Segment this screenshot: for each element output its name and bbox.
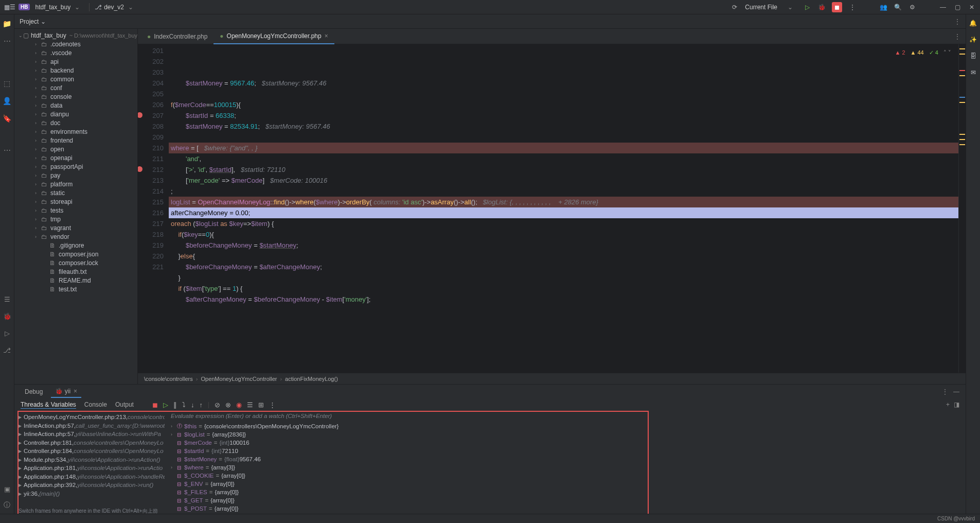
more-icon[interactable]: ⋮ xyxy=(942,388,948,395)
evaluate-input[interactable]: Evaluate expression (Enter) or add a wat… xyxy=(169,413,961,422)
ellipsis-icon[interactable]: ⋯ xyxy=(4,37,11,45)
variable-row[interactable]: ›ⓕ$this={console\controllers\OpenMoneyLo… xyxy=(169,422,961,430)
stack-frame[interactable]: ▸Controller.php:184, console\controllers… xyxy=(19,447,161,456)
stack-frame[interactable]: ▸Application.php:148, yii\console\Applic… xyxy=(19,473,161,481)
tree-folder[interactable]: ›🗀frontend xyxy=(14,136,137,145)
folder-icon[interactable]: 📁 xyxy=(3,20,11,28)
chevron-down-icon[interactable]: ⌄ xyxy=(75,4,80,11)
more-icon[interactable]: ⋯ xyxy=(4,146,11,154)
tree-folder[interactable]: ›🗀pay xyxy=(14,171,137,180)
stack-frame[interactable]: ▸Module.php:534, yii\console\Application… xyxy=(19,456,161,464)
debug-icon[interactable]: 🐞 xyxy=(817,3,826,11)
stack-frame[interactable]: ▸OpenMoneyLogYmcController.php:213, cons… xyxy=(19,413,161,422)
maximize-icon[interactable]: ▢ xyxy=(953,3,961,11)
inspection-widget[interactable]: ▲ 2 ▲ 44 ✓ 4 ˄ ˅ xyxy=(893,47,953,58)
step-over-icon[interactable]: ⤵ xyxy=(182,401,186,409)
variable-row[interactable]: ⊟$_FILES={array[0]} xyxy=(169,488,961,496)
tree-folder[interactable]: ›🗀conf xyxy=(14,83,137,92)
project-tree[interactable]: ⌄▢htdf_tax_buy~ D:\wwwroot\htdf_tax_buy›… xyxy=(14,29,138,384)
tree-folder[interactable]: ›🗀tmp xyxy=(14,215,137,223)
view-bp-icon[interactable]: ◉ xyxy=(236,401,242,409)
tree-folder[interactable]: ›🗀environments xyxy=(14,127,137,136)
mail-icon[interactable]: ✉ xyxy=(971,69,976,76)
frames-panel[interactable]: ▸OpenMoneyLogYmcController.php:213, cons… xyxy=(14,411,165,523)
bookmark-icon[interactable]: 🔖 xyxy=(3,114,11,123)
variable-row[interactable]: ⊟$merCode={int} 100016 xyxy=(169,439,961,447)
step-into-icon[interactable]: ↓ xyxy=(191,401,194,409)
run-config-selector[interactable]: Current File xyxy=(745,4,777,11)
terminal-icon[interactable]: ▣ xyxy=(4,485,10,493)
code-with-me-icon[interactable]: 👥 xyxy=(879,3,887,11)
code-editor[interactable]: 2012022032042052062072082092102112122132… xyxy=(138,44,966,373)
settings-icon[interactable]: ⚙ xyxy=(908,3,916,11)
variable-row[interactable]: ⊟$_ENV={array[0]} xyxy=(169,480,961,488)
tree-folder[interactable]: ›🗀platform xyxy=(14,180,137,188)
more-icon[interactable]: ⋮ xyxy=(954,18,960,25)
variables-panel[interactable]: Evaluate expression (Enter) or add a wat… xyxy=(165,411,966,523)
run-tw-icon[interactable]: ▷ xyxy=(5,329,10,337)
tree-folder[interactable]: ›🗀storeapi xyxy=(14,197,137,206)
tree-folder[interactable]: ›🗀static xyxy=(14,188,137,197)
stack-frame[interactable]: ▸Controller.php:181, console\controllers… xyxy=(19,439,161,447)
tree-folder[interactable]: ›🗀console xyxy=(14,92,137,101)
stack-frame[interactable]: ▸yii:36, {main}() xyxy=(19,490,161,498)
close-icon[interactable]: × xyxy=(74,388,77,395)
yii-tab[interactable]: 🐞 yii× xyxy=(51,386,81,398)
stop-icon[interactable]: ◼ xyxy=(152,401,158,409)
console-tab[interactable]: Console xyxy=(84,401,107,408)
evaluate-icon[interactable]: ⊘ xyxy=(215,401,220,409)
mute-bp-icon[interactable]: ⊗ xyxy=(225,401,231,409)
debug-tw-icon[interactable]: 🐞 xyxy=(3,312,11,320)
problems-icon[interactable]: ⓘ xyxy=(4,500,10,510)
editor-tab[interactable]: ●IndexController.php xyxy=(141,29,213,44)
tree-folder[interactable]: ›🗀openapi xyxy=(14,153,137,162)
chevron-down-icon[interactable]: ⌄ xyxy=(128,4,133,11)
debug-tab[interactable]: Debug xyxy=(21,386,47,397)
minimize-icon[interactable]: — xyxy=(939,3,947,11)
tree-folder[interactable]: ›🗀doc xyxy=(14,118,137,127)
threads-vars-tab[interactable]: Threads & Variables xyxy=(21,401,76,409)
tree-folder[interactable]: ›🗀.codenotes xyxy=(14,40,137,48)
update-icon[interactable]: ⟳ xyxy=(730,3,739,11)
error-stripe[interactable] xyxy=(958,44,966,373)
tree-folder[interactable]: ›🗀backend xyxy=(14,66,137,75)
layout-icon[interactable]: ⊞ xyxy=(258,401,264,409)
tree-file[interactable]: 🗎fileauth.txt xyxy=(14,267,137,276)
tree-file[interactable]: 🗎test.txt xyxy=(14,285,137,293)
editor-tab[interactable]: ●OpenMoneyLogYmcController.php× xyxy=(213,29,334,44)
ai-icon[interactable]: ✨ xyxy=(969,36,977,43)
stack-frame[interactable]: ▸InlineAction.php:57, yii\base\InlineAct… xyxy=(19,430,161,439)
tree-folder[interactable]: ›🗀data xyxy=(14,101,137,110)
add-watch-icon[interactable]: + xyxy=(946,401,950,408)
minimize-icon[interactable]: — xyxy=(953,388,959,395)
tree-folder[interactable]: ›🗀passportApi xyxy=(14,162,137,171)
tree-folder[interactable]: ›🗀common xyxy=(14,75,137,83)
variable-row[interactable]: ⊟$_COOKIE={array[0]} xyxy=(169,472,961,480)
chevron-down-icon[interactable]: ⌄ xyxy=(41,18,46,25)
tree-root[interactable]: ⌄▢htdf_tax_buy~ D:\wwwroot\htdf_tax_buy xyxy=(14,31,137,40)
stack-frame[interactable]: ▸InlineAction.php:57, call_user_func_arr… xyxy=(19,422,161,430)
project-tool-header[interactable]: Project ⌄ ⋮ xyxy=(14,14,966,29)
tree-folder[interactable]: ›🗀open xyxy=(14,145,137,153)
structure-icon[interactable]: ⬚ xyxy=(4,79,10,88)
variable-row[interactable]: ⊟$_GET={array[0]} xyxy=(169,496,961,504)
layout-icon[interactable]: ◨ xyxy=(954,401,959,408)
tree-folder[interactable]: ›🗀dianpu xyxy=(14,110,137,118)
close-icon[interactable]: × xyxy=(325,32,328,40)
tree-folder[interactable]: ›🗀vagrant xyxy=(14,223,137,232)
tree-file[interactable]: 🗎composer.lock xyxy=(14,258,137,267)
tree-folder[interactable]: ›🗀api xyxy=(14,57,137,66)
settings-icon[interactable]: ☰ xyxy=(247,401,253,409)
step-out-icon[interactable]: ↑ xyxy=(199,401,203,409)
stack-frame[interactable]: ▸Application.php:181, yii\console\Applic… xyxy=(19,464,161,473)
todo-icon[interactable]: ☰ xyxy=(4,295,10,303)
pause-icon[interactable]: ‖ xyxy=(173,401,177,409)
tree-file[interactable]: 🗎composer.json xyxy=(14,250,137,258)
stack-frame[interactable]: ▸Application.php:392, yii\console\Applic… xyxy=(19,481,161,490)
more-icon[interactable]: ⋮ xyxy=(848,3,857,11)
variable-row[interactable]: ›⊟$where={array[3]} xyxy=(169,463,961,472)
more-icon[interactable]: ⋮ xyxy=(269,401,276,409)
git-tw-icon[interactable]: ⎇ xyxy=(3,346,11,354)
tree-folder[interactable]: ›🗀tests xyxy=(14,206,137,215)
branch-name[interactable]: dev_v2 xyxy=(104,4,124,11)
